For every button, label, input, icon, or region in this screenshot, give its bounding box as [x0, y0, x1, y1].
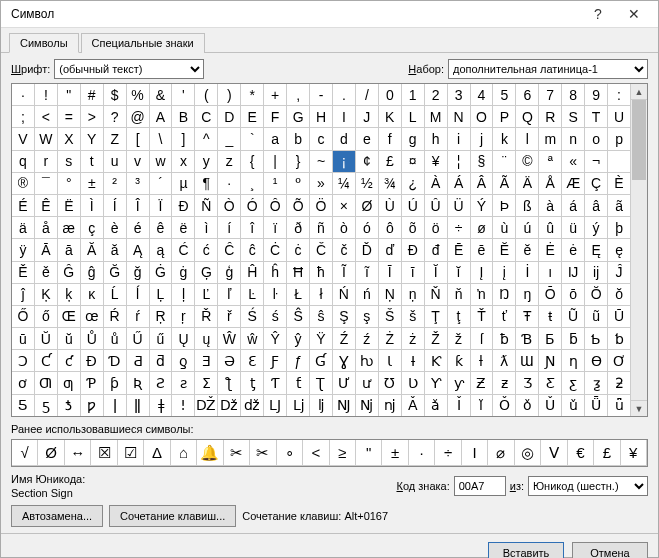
char-cell[interactable]: ƻ [608, 372, 631, 394]
char-cell[interactable]: é [127, 217, 150, 239]
char-cell[interactable]: b [287, 128, 310, 150]
char-cell[interactable]: Ǐ [448, 395, 471, 417]
char-cell[interactable]: Ɛ [241, 350, 264, 372]
char-cell[interactable]: Ŝ [287, 306, 310, 328]
char-cell[interactable]: ċ [287, 239, 310, 261]
char-cell[interactable]: þ [608, 217, 631, 239]
char-cell[interactable]: Ş [333, 306, 356, 328]
char-cell[interactable]: ħ [310, 262, 333, 284]
char-cell[interactable]: đ [425, 239, 448, 261]
char-cell[interactable]: Ļ [150, 284, 173, 306]
char-cell[interactable]: 4 [471, 84, 494, 106]
char-cell[interactable]: { [241, 151, 264, 173]
char-cell[interactable]: Ƌ [127, 350, 150, 372]
char-cell[interactable]: = [58, 106, 81, 128]
char-cell[interactable]: " [58, 84, 81, 106]
recent-cell[interactable]: ≥ [330, 440, 356, 466]
char-cell[interactable]: ę [608, 239, 631, 261]
char-cell[interactable]: Ņ [379, 284, 402, 306]
char-cell[interactable]: ǋ [356, 395, 379, 417]
char-cell[interactable]: Ĕ [493, 239, 516, 261]
char-cell[interactable]: Ŏ [585, 284, 608, 306]
char-cell[interactable]: u [104, 151, 127, 173]
char-cell[interactable]: i [448, 128, 471, 150]
close-icon[interactable]: ✕ [616, 1, 652, 27]
char-cell[interactable]: Ǉ [264, 395, 287, 417]
char-cell[interactable]: ī [402, 262, 425, 284]
char-cell[interactable]: s [58, 151, 81, 173]
font-select[interactable]: (обычный текст) [54, 59, 204, 79]
char-cell[interactable]: Ɓ [516, 328, 539, 350]
char-cell[interactable]: Ï [150, 195, 173, 217]
char-cell[interactable]: ë [172, 217, 195, 239]
char-cell[interactable]: ą [150, 239, 173, 261]
char-cell[interactable]: # [81, 84, 104, 106]
char-cell[interactable]: ¥ [425, 151, 448, 173]
char-cell[interactable]: Ţ [425, 306, 448, 328]
recent-grid[interactable]: √Ø↔☒☑Δ⌂🔔✂✂∘<≥"±·÷I⌀◎Ⅴ€£¥ [11, 439, 648, 467]
char-cell[interactable]: Þ [493, 195, 516, 217]
char-cell[interactable]: Æ [562, 173, 585, 195]
char-cell[interactable]: ǆ [241, 395, 264, 417]
char-cell[interactable]: Ʈ [310, 372, 333, 394]
char-cell[interactable]: Ĺ [104, 284, 127, 306]
char-cell[interactable]: ê [150, 217, 173, 239]
char-cell[interactable]: ¾ [379, 173, 402, 195]
char-cell[interactable]: ö [425, 217, 448, 239]
char-cell[interactable]: W [35, 128, 58, 150]
char-cell[interactable]: ƈ [58, 350, 81, 372]
char-cell[interactable]: ¤ [402, 151, 425, 173]
char-cell[interactable]: ô [379, 217, 402, 239]
char-cell[interactable]: Ĥ [241, 262, 264, 284]
char-cell[interactable]: Â [471, 173, 494, 195]
char-cell[interactable]: ¹ [264, 173, 287, 195]
char-cell[interactable]: Q [516, 106, 539, 128]
char-cell[interactable]: O [471, 106, 494, 128]
char-cell[interactable]: Ũ [562, 306, 585, 328]
char-cell[interactable]: ) [218, 84, 241, 106]
char-cell[interactable]: C [195, 106, 218, 128]
char-cell[interactable]: ė [562, 239, 585, 261]
char-cell[interactable]: Ă [81, 239, 104, 261]
char-cell[interactable]: 2 [425, 84, 448, 106]
char-cell[interactable]: Ł [287, 284, 310, 306]
char-cell[interactable]: ï [264, 217, 287, 239]
char-cell[interactable]: ƙ [448, 350, 471, 372]
char-cell[interactable]: Ľ [195, 284, 218, 306]
char-cell[interactable]: Î [127, 195, 150, 217]
char-cell[interactable]: ē [471, 239, 494, 261]
char-cell[interactable]: ě [35, 262, 58, 284]
char-cell[interactable]: p [608, 128, 631, 150]
char-cell[interactable]: į [493, 262, 516, 284]
grid-scrollbar[interactable]: ▲ ▼ [631, 84, 647, 416]
char-cell[interactable]: Ĩ [333, 262, 356, 284]
char-cell[interactable]: E [241, 106, 264, 128]
char-cell[interactable]: Ƙ [425, 350, 448, 372]
char-cell[interactable]: Ĵ [608, 262, 631, 284]
char-cell[interactable]: ơ [12, 372, 35, 394]
char-cell[interactable]: Ĳ [562, 262, 585, 284]
char-cell[interactable]: ƕ [356, 350, 379, 372]
char-cell[interactable]: ļ [172, 284, 195, 306]
char-cell[interactable]: J [356, 106, 379, 128]
char-cell[interactable]: + [264, 84, 287, 106]
char-cell[interactable]: R [539, 106, 562, 128]
recent-cell[interactable]: ⌀ [488, 440, 514, 466]
char-cell[interactable]: · [218, 173, 241, 195]
char-cell[interactable]: U [608, 106, 631, 128]
char-cell[interactable]: x [172, 151, 195, 173]
char-cell[interactable]: Å [539, 173, 562, 195]
tab-special[interactable]: Специальные знаки [81, 33, 205, 53]
char-cell[interactable]: ƥ [104, 372, 127, 394]
char-cell[interactable]: Ň [425, 284, 448, 306]
char-cell[interactable]: ŕ [127, 306, 150, 328]
char-cell[interactable]: Ġ [150, 262, 173, 284]
char-cell[interactable]: H [310, 106, 333, 128]
scroll-up-icon[interactable]: ▲ [631, 84, 647, 100]
char-cell[interactable]: ƍ [172, 350, 195, 372]
char-cell[interactable]: Ǖ [585, 395, 608, 417]
recent-cell[interactable]: Ⅴ [541, 440, 567, 466]
char-cell[interactable]: ǂ [150, 395, 173, 417]
char-cell[interactable]: ß [516, 195, 539, 217]
char-cell[interactable]: ž [448, 328, 471, 350]
